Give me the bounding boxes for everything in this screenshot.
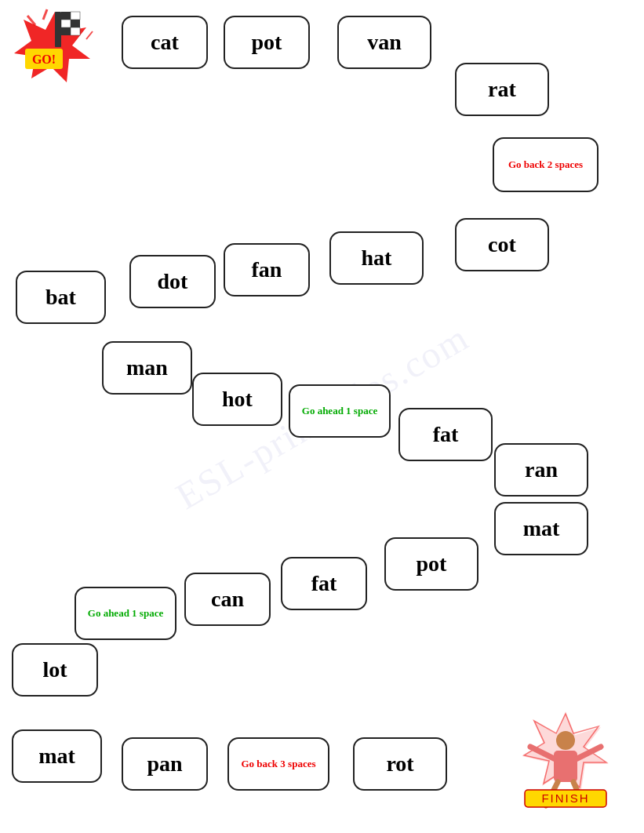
cell-mat2: mat <box>12 729 102 783</box>
cell-goahead1b: Go ahead 1 space <box>75 587 176 640</box>
svg-rect-16 <box>554 751 577 782</box>
go-start-area: GO! <box>8 8 102 86</box>
cell-cat: cat <box>122 16 208 69</box>
cell-pot2: pot <box>384 537 478 591</box>
cell-pot1: pot <box>224 16 310 69</box>
cell-can: can <box>184 573 271 626</box>
finish-area: FINISH <box>503 708 628 809</box>
svg-text:GO!: GO! <box>32 53 56 66</box>
svg-text:FINISH: FINISH <box>541 791 589 805</box>
svg-rect-7 <box>71 20 80 27</box>
cell-rat: rat <box>455 63 549 116</box>
cell-mat1: mat <box>494 502 588 555</box>
svg-rect-9 <box>71 27 80 35</box>
cell-fan: fan <box>224 243 310 296</box>
cell-lot: lot <box>12 643 98 697</box>
cell-fat2: fat <box>281 557 367 610</box>
cell-ran: ran <box>494 443 588 497</box>
svg-rect-8 <box>61 27 71 35</box>
cell-goback2: Go back 2 spaces <box>493 137 599 192</box>
svg-line-12 <box>86 31 93 39</box>
cell-hot: hot <box>192 373 282 426</box>
cell-cot: cot <box>455 218 549 271</box>
cell-pan: pan <box>122 737 208 791</box>
cell-man: man <box>102 341 192 395</box>
cell-fat1: fat <box>398 408 493 461</box>
cell-van: van <box>337 16 431 69</box>
svg-rect-3 <box>55 12 61 47</box>
svg-rect-5 <box>71 12 80 20</box>
cell-goahead1a: Go ahead 1 space <box>289 384 391 438</box>
svg-point-15 <box>556 731 575 750</box>
svg-line-10 <box>43 9 47 20</box>
cell-dot: dot <box>129 255 216 308</box>
svg-rect-4 <box>61 12 71 20</box>
svg-rect-6 <box>61 20 71 27</box>
cell-hat: hat <box>329 231 424 285</box>
cell-bat: bat <box>16 271 106 324</box>
cell-rot: rot <box>353 737 447 791</box>
cell-goback3: Go back 3 spaces <box>227 737 329 791</box>
